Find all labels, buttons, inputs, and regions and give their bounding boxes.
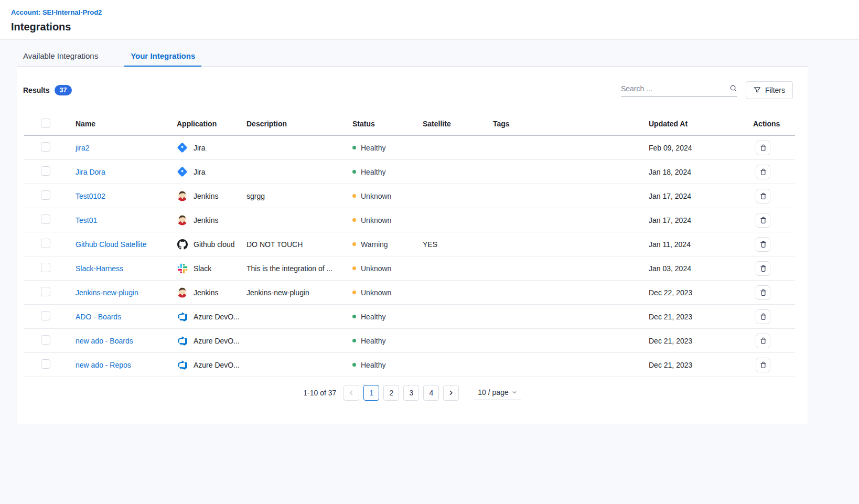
filters-button[interactable]: Filters — [746, 81, 793, 99]
row-checkbox[interactable] — [41, 166, 50, 176]
page-title: Integrations — [11, 21, 859, 33]
row-checkbox[interactable] — [41, 239, 50, 248]
page-buttons: 1234 — [363, 385, 439, 401]
integration-name-link[interactable]: new ado - Boards — [76, 337, 133, 345]
trash-icon — [759, 144, 767, 152]
status-label: Unknown — [361, 216, 391, 224]
column-header-satellite: Satellite — [423, 120, 493, 128]
table-row: jira2 Jira Healthy Feb 09, 2024 — [24, 136, 795, 160]
results-count-badge: 37 — [55, 85, 72, 95]
column-header-application: Application — [177, 120, 246, 128]
row-checkbox[interactable] — [41, 215, 50, 224]
delete-button[interactable] — [756, 189, 770, 203]
table-row: new ado - Boards Azure DevO... Healthy D… — [24, 329, 795, 353]
delete-button[interactable] — [756, 334, 770, 348]
delete-button[interactable] — [756, 309, 770, 324]
filter-funnel-icon — [754, 87, 761, 94]
tab-available-integrations[interactable]: Available Integrations — [17, 47, 104, 67]
integration-name-link[interactable]: Jira Dora — [76, 168, 105, 176]
application-label: Jenkins — [194, 192, 218, 200]
integration-name-link[interactable]: Jenkins-new-plugin — [76, 288, 138, 297]
row-checkbox[interactable] — [41, 359, 50, 369]
updated-at-value: Dec 22, 2023 — [649, 288, 753, 297]
page-header: Account: SEI-Internal-Prod2 Integrations — [0, 0, 859, 40]
page-size-label: 10 / page — [478, 388, 508, 396]
integration-name-link[interactable]: ADO - Boards — [76, 313, 121, 321]
status-dot — [352, 266, 356, 270]
table-row: new ado - Repos Azure DevO... Healthy De… — [24, 353, 795, 377]
trash-icon — [759, 288, 767, 297]
page-3-button[interactable]: 3 — [403, 385, 419, 401]
updated-at-value: Jan 17, 2024 — [649, 216, 753, 224]
results-bar: Results 37 Filters — [17, 67, 808, 99]
tab-your-integrations[interactable]: Your Integrations — [124, 47, 201, 67]
page-1-button[interactable]: 1 — [363, 385, 379, 401]
updated-at-value: Jan 17, 2024 — [649, 192, 753, 200]
status-label: Healthy — [361, 361, 385, 369]
row-checkbox[interactable] — [41, 263, 50, 272]
content-card: Results 37 Filters — [17, 67, 808, 424]
description-text: sgrgg — [246, 192, 352, 200]
delete-button[interactable] — [756, 213, 770, 228]
search-box — [621, 84, 737, 96]
updated-at-value: Jan 11, 2024 — [649, 240, 753, 249]
results-summary: Results 37 — [23, 85, 72, 95]
search-icon — [729, 84, 737, 92]
delete-button[interactable] — [756, 165, 770, 179]
account-link[interactable]: Account: SEI-Internal-Prod2 — [11, 8, 102, 16]
delete-button[interactable] — [756, 237, 770, 252]
chevron-left-icon — [348, 390, 355, 396]
column-header-description: Description — [246, 120, 352, 128]
delete-button[interactable] — [756, 285, 770, 300]
row-checkbox[interactable] — [41, 335, 50, 345]
toolbar-right: Filters — [621, 81, 793, 99]
table-row: ADO - Boards Azure DevO... Healthy Dec 2… — [24, 305, 795, 329]
search-input[interactable] — [621, 84, 729, 93]
table-row: Github Cloud Satellite Github cloud DO N… — [24, 232, 795, 256]
row-checkbox[interactable] — [41, 190, 50, 200]
updated-at-value: Jan 03, 2024 — [649, 264, 753, 273]
row-checkbox[interactable] — [41, 287, 50, 296]
table-row: Test01 Jenkins Unknown Jan 17, 2024 — [24, 208, 795, 232]
integration-name-link[interactable]: Slack-Harness — [76, 264, 123, 273]
chevron-right-icon — [448, 390, 454, 396]
pagination-range: 1-10 of 37 — [303, 389, 336, 397]
delete-button[interactable] — [756, 141, 770, 155]
column-header-status: Status — [352, 120, 423, 128]
page-4-button[interactable]: 4 — [423, 385, 439, 401]
status-label: Healthy — [361, 168, 385, 176]
row-checkbox[interactable] — [41, 142, 50, 152]
trash-icon — [759, 168, 767, 176]
page-size-select[interactable]: 10 / page — [474, 386, 521, 400]
integrations-table: Name Application Description Status Sate… — [24, 113, 795, 377]
table-body: jira2 Jira Healthy Feb 09, 2024 — [24, 136, 795, 377]
integration-name-link[interactable]: Test0102 — [76, 192, 105, 200]
table-row: Jenkins-new-plugin Jenkins Jenkins-new-p… — [24, 281, 795, 305]
delete-button[interactable] — [756, 358, 770, 372]
trash-icon — [759, 361, 767, 369]
next-page-button[interactable] — [443, 385, 459, 401]
delete-button[interactable] — [756, 261, 770, 276]
filters-label: Filters — [765, 86, 785, 94]
application-label: Azure DevO... — [194, 313, 240, 321]
trash-icon — [759, 337, 767, 345]
trash-icon — [759, 192, 767, 200]
description-text: Jenkins-new-plugin — [246, 288, 352, 297]
integration-name-link[interactable]: jira2 — [76, 144, 89, 152]
integration-name-link[interactable]: new ado - Repos — [76, 361, 131, 369]
row-checkbox[interactable] — [41, 311, 50, 320]
application-label: Azure DevO... — [194, 337, 240, 345]
azure-devops-icon — [177, 311, 188, 322]
prev-page-button[interactable] — [343, 385, 359, 401]
application-label: Jenkins — [194, 216, 218, 224]
trash-icon — [759, 313, 767, 321]
integration-name-link[interactable]: Test01 — [76, 216, 97, 224]
select-all-checkbox[interactable] — [41, 119, 50, 128]
status-dot — [352, 146, 356, 149]
page-2-button[interactable]: 2 — [383, 385, 399, 401]
application-label: Azure DevO... — [194, 361, 240, 369]
jira-icon — [177, 166, 188, 177]
integration-name-link[interactable]: Github Cloud Satellite — [76, 240, 146, 249]
application-label: Jira — [194, 168, 206, 176]
status-dot — [352, 315, 356, 318]
